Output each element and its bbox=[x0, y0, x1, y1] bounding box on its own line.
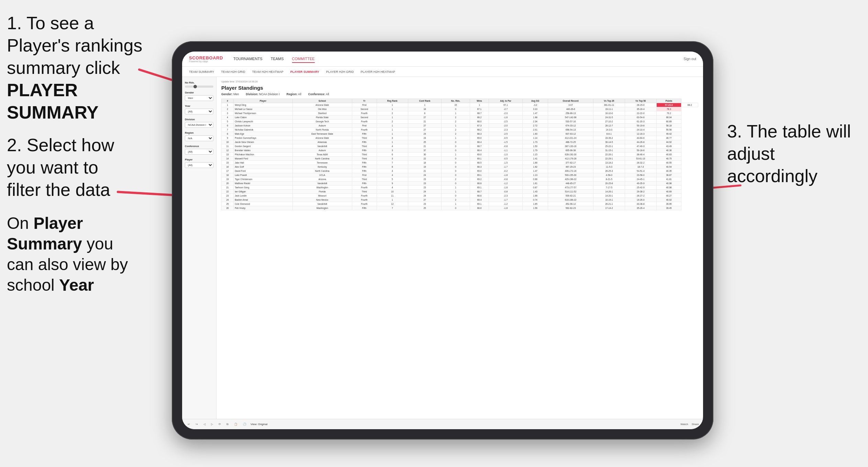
table-row: 12Brendan ValdesAuburnFifth337068.4-1.11… bbox=[222, 148, 698, 153]
table-header: Update time: 27/03/2024 16:56:26 Player … bbox=[221, 80, 698, 96]
instruction-step2: 2. Select how you want to filter the dat… bbox=[7, 134, 120, 201]
table-row: 5Christo LamprechtGeorgia TechFourth2212… bbox=[222, 120, 698, 124]
redo-btn[interactable]: ↪ bbox=[194, 422, 199, 426]
view-label[interactable]: View: Original bbox=[251, 423, 267, 426]
col-vs25: Vs Top 25 bbox=[593, 99, 625, 103]
tablet-screen: SCOREBOARD Powered by clippi TOURNAMENTS… bbox=[182, 52, 703, 429]
table-row: 15Jake HallTennesseeFifth718068.5-1.51.6… bbox=[222, 161, 698, 165]
watch-btn[interactable]: Watch bbox=[680, 423, 688, 426]
nav-sign-out[interactable]: Sign out bbox=[683, 57, 696, 61]
undo-btn[interactable]: ↩ bbox=[186, 422, 191, 426]
col-wins: Wins bbox=[470, 99, 489, 103]
logo-text: SCOREBOARD bbox=[189, 56, 223, 60]
sidebar: No Rds. Gender Men Year (All) bbox=[182, 77, 216, 419]
col-rank: # bbox=[222, 99, 234, 103]
nav-committee[interactable]: COMMITTEE bbox=[292, 55, 315, 63]
sub-nav: TEAM SUMMARY TEAM H2H GRID TEAM H2H HEAT… bbox=[182, 67, 703, 77]
logo: SCOREBOARD Powered by clippi bbox=[189, 56, 223, 63]
col-player: Player bbox=[234, 99, 293, 103]
table-meta: Gender: Men Division: NCAA Division I Re… bbox=[221, 92, 698, 96]
gender-select[interactable]: Men bbox=[185, 95, 213, 101]
table-row: 3Michael ThorbjornsenStanfordFourth28168… bbox=[222, 111, 698, 115]
col-reg-rank: Reg Rank bbox=[377, 99, 408, 103]
instruction-step1: 1. To see a Player's rankings summary cl… bbox=[7, 12, 151, 124]
conference-label: Conference bbox=[185, 145, 213, 148]
update-time: Update time: 27/03/2024 16:56:26 bbox=[221, 80, 698, 83]
division-label: Division bbox=[185, 118, 213, 121]
col-adj: Adj. to Par bbox=[489, 99, 523, 103]
copy-btn[interactable]: ⧉ bbox=[225, 422, 230, 427]
sidebar-gender: Gender Men bbox=[185, 91, 213, 101]
table-row: 1Wenyi DingArizona StateFirst1115167.1-3… bbox=[222, 103, 698, 107]
table-row: 18Luke PowellUCLAFirst424069.1-1.81.1350… bbox=[222, 173, 698, 177]
subnav-player-h2h-heatmap[interactable]: PLAYER H2H HEATMAP bbox=[360, 70, 395, 74]
table-row: 16Alex GoffKentuckyFifth819068.3-1.71.92… bbox=[222, 165, 698, 169]
instruction-step3: 3. The table will adjust accordingly bbox=[727, 120, 858, 187]
subnav-player-summary[interactable]: PLAYER SUMMARY bbox=[290, 70, 319, 74]
table-row: 20Matthew RiedelVanderbiltFifth923068.8-… bbox=[222, 181, 698, 186]
table-row: 17David FordNorth CarolinaFifth421069.0-… bbox=[222, 169, 698, 173]
refresh-btn[interactable]: ⟳ bbox=[217, 422, 222, 426]
player-label: Player bbox=[185, 158, 213, 161]
col-points: Points bbox=[656, 99, 681, 103]
col-yr: Yr bbox=[352, 99, 377, 103]
clock-btn[interactable]: 🕐 bbox=[242, 422, 248, 426]
no-rds-label: No Rds. bbox=[185, 81, 213, 84]
subnav-team-h2h-heatmap[interactable]: TEAM H2H HEATMAP bbox=[252, 70, 283, 74]
gender-label: Gender bbox=[185, 91, 213, 94]
sidebar-year: Year (All) bbox=[185, 104, 213, 114]
table-row: 14Maxwell FordNorth CarolinaThird322069.… bbox=[222, 157, 698, 161]
table-row: 11Gordon SargentVanderbiltThird421068.7-… bbox=[222, 144, 698, 148]
year-label: Year bbox=[185, 104, 213, 108]
nav-links: TOURNAMENTS TEAMS COMMITTEE bbox=[233, 55, 683, 63]
col-overall: Overall Record bbox=[548, 99, 593, 103]
division-meta: Division: NCAA Division I bbox=[246, 92, 280, 96]
table-row: 9Preston SummerhaysArizona StateThird324… bbox=[222, 136, 698, 140]
table-row: 4Luke ClatonFlorida StateSecond127268.2-… bbox=[222, 115, 698, 120]
nav-tournaments[interactable]: TOURNAMENTS bbox=[233, 55, 263, 63]
table-header-row: # Player School Yr Reg Rank Conf Rank No… bbox=[222, 99, 698, 103]
table-row: 25Cole SherwoodVanderbiltFourth1223169.1… bbox=[222, 202, 698, 206]
table-row: 7Nicholas GabrelcikNorth FloridaFourth12… bbox=[222, 128, 698, 132]
table-row: 10Jacob Skov OlesenArkansasFifth125068.4… bbox=[222, 140, 698, 144]
bottom-toolbar: ↩ ↪ ◁ ▷ ⟳ ⧉ 📋 🕐 View: Original Watch Sha… bbox=[182, 419, 703, 429]
tablet-frame: SCOREBOARD Powered by clippi TOURNAMENTS… bbox=[172, 41, 713, 440]
division-select[interactable]: NCAA Division I bbox=[185, 122, 213, 128]
table-row: 22Ian GilliganFloridaThird1024168.7-0.81… bbox=[222, 190, 698, 194]
sidebar-no-rds: No Rds. bbox=[185, 81, 213, 88]
region-meta: Region: All bbox=[287, 92, 301, 96]
player-select[interactable]: (All) bbox=[185, 162, 213, 168]
sidebar-region: Region N/A bbox=[185, 131, 213, 141]
sidebar-conference: Conference (All) bbox=[185, 145, 213, 155]
rds-slider[interactable] bbox=[185, 86, 213, 88]
back-btn[interactable]: ◁ bbox=[202, 422, 207, 426]
paste-btn[interactable]: 📋 bbox=[233, 422, 239, 426]
col-school: School bbox=[292, 99, 352, 103]
table-row: 13Phichaksn MaichonTexas A&MThird630169.… bbox=[222, 153, 698, 157]
region-select[interactable]: N/A bbox=[185, 135, 213, 141]
col-avg-sg: Avg SG bbox=[522, 99, 548, 103]
table-row: 2Michael Le SassoOle MissSecond118067.1-… bbox=[222, 107, 698, 111]
sidebar-division: Division NCAA Division I bbox=[185, 118, 213, 128]
bottom-bold2: Year bbox=[59, 276, 94, 294]
table-row: 23Jack LundinMissouriFourth1124068.6-2.3… bbox=[222, 194, 698, 198]
table-row: 21Taehoon SongWashingtonFourth423169.1-1… bbox=[222, 186, 698, 190]
share-btn[interactable]: Share bbox=[692, 423, 699, 426]
subnav-player-h2h-grid[interactable]: PLAYER H2H GRID bbox=[326, 70, 354, 74]
table-row: 6Jackson KoivunAuburnFirst127167.3-2.02.… bbox=[222, 124, 698, 128]
nav-teams[interactable]: TEAMS bbox=[271, 55, 284, 63]
col-no-rds: No. Rds. bbox=[442, 99, 470, 103]
nav-bar: SCOREBOARD Powered by clippi TOURNAMENTS… bbox=[182, 52, 703, 67]
subnav-team-h2h-grid[interactable]: TEAM H2H GRID bbox=[221, 70, 245, 74]
logo-sub: Powered by clippi bbox=[189, 60, 223, 63]
subnav-team-summary[interactable]: TEAM SUMMARY bbox=[189, 70, 214, 74]
col-conf-rank: Conf Rank bbox=[408, 99, 442, 103]
sidebar-player: Player (All) bbox=[185, 158, 213, 168]
conference-select[interactable]: (All) bbox=[185, 149, 213, 155]
year-select[interactable]: (All) bbox=[185, 109, 213, 114]
table-row: 24Bastien AmatNew MexicoFourth127269.4-1… bbox=[222, 198, 698, 202]
table-row: 8Mats EgeEast Tennessee StateFifth124268… bbox=[222, 132, 698, 136]
forward-btn[interactable]: ▷ bbox=[210, 422, 214, 426]
table-area: Update time: 27/03/2024 16:56:26 Player … bbox=[216, 77, 703, 419]
step1-bold: PLAYER SUMMARY bbox=[7, 80, 99, 122]
